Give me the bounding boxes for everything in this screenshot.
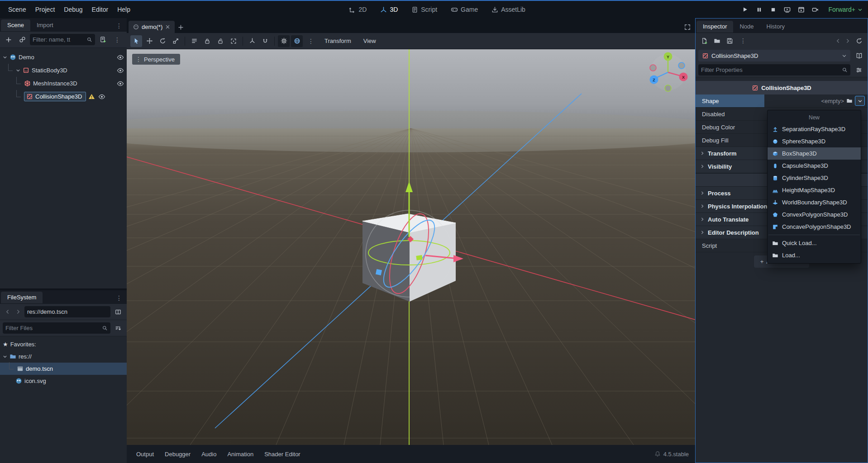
menu-item-separationrayshape3d[interactable]: SeparationRayShape3D <box>768 123 861 135</box>
property-label-debug-color[interactable]: Debug Color <box>696 121 764 133</box>
add-node-button[interactable] <box>3 34 14 46</box>
nav-forward-icon[interactable] <box>14 306 23 318</box>
property-label-shape[interactable]: Shape <box>696 94 764 107</box>
close-icon[interactable] <box>165 24 170 29</box>
resource-folder-icon[interactable] <box>846 98 853 104</box>
perspective-menu-button[interactable]: ⋮ Perspective <box>132 54 180 65</box>
menu-scene[interactable]: Scene <box>4 4 31 15</box>
instance-scene-button[interactable] <box>16 34 28 46</box>
preview-environment-icon[interactable] <box>291 35 303 47</box>
menu-item-load[interactable]: Load... <box>768 249 861 261</box>
menu-project[interactable]: Project <box>31 4 60 15</box>
menu-item-boxshape3d[interactable]: BoxShape3D <box>768 147 861 160</box>
menu-item-quick-load[interactable]: Quick Load... <box>768 237 861 249</box>
menu-debug[interactable]: Debug <box>59 4 87 15</box>
history-list-icon[interactable] <box>853 35 865 47</box>
warning-icon[interactable] <box>88 93 95 100</box>
visibility-eye-icon[interactable] <box>117 67 124 74</box>
selection-list-icon[interactable] <box>188 35 200 47</box>
menu-item-cylindershape3d[interactable]: CylinderShape3D <box>768 172 861 184</box>
menu-item-sphereshape3d[interactable]: SphereShape3D <box>768 135 861 147</box>
res-root-row[interactable]: res:// <box>0 350 127 363</box>
transform-menu[interactable]: Transform <box>319 35 357 47</box>
workspace-3d-button[interactable]: 3D <box>376 4 402 15</box>
tree-row-meshinstance3d[interactable]: MeshInstance3D <box>0 77 127 90</box>
play-scene-button[interactable] <box>782 4 792 15</box>
tab-inspector[interactable]: Inspector <box>696 21 733 33</box>
new-resource-button[interactable] <box>698 35 710 47</box>
menu-item-capsuleshape3d[interactable]: CapsuleShape3D <box>768 160 861 172</box>
menu-item-heightmapshape3d[interactable]: HeightMapShape3D <box>768 184 861 196</box>
play-button[interactable] <box>739 4 750 15</box>
tree-row-collisionshape3d[interactable]: CollisionShape3D <box>0 90 127 103</box>
menu-help[interactable]: Help <box>113 4 135 15</box>
file-row-demo-tscn[interactable]: demo.tscn <box>0 363 127 375</box>
toggle-split-mode-button[interactable] <box>112 306 124 318</box>
file-row-icon-svg[interactable]: icon.svg <box>0 375 127 387</box>
menu-item-convexpolygonshape3d[interactable]: ConvexPolygonShape3D <box>768 208 861 221</box>
workspace-game-button[interactable]: Game <box>446 4 482 15</box>
resource-extra-menu-icon[interactable]: ⋮ <box>736 35 750 46</box>
panel-debugger-button[interactable]: Debugger <box>160 448 196 460</box>
scene-toolbar-menu-icon[interactable]: ⋮ <box>110 34 124 45</box>
neg-z-axis-ball[interactable] <box>678 62 685 69</box>
3d-viewport[interactable]: Y X Z ⋮ Perspective <box>127 49 695 445</box>
scale-tool-button[interactable] <box>170 35 181 47</box>
preview-sun-icon[interactable] <box>278 35 290 47</box>
panel-audio-button[interactable]: Audio <box>196 448 221 460</box>
open-docs-button[interactable] <box>853 50 865 61</box>
tab-filesystem[interactable]: FileSystem <box>1 292 43 303</box>
neg-x-axis-ball[interactable] <box>650 65 656 71</box>
expand-viewport-icon[interactable] <box>682 21 693 33</box>
notification-bell-icon[interactable] <box>654 451 661 457</box>
view-menu[interactable]: View <box>358 35 382 47</box>
select-tool-button[interactable] <box>130 35 142 47</box>
neg-y-axis-ball[interactable] <box>665 85 671 91</box>
nav-back-icon[interactable] <box>3 306 12 318</box>
local-space-icon[interactable] <box>246 35 258 47</box>
group-icon[interactable] <box>228 35 239 47</box>
lock-icon[interactable] <box>201 35 213 47</box>
scene-tab-demo[interactable]: demo(*) <box>129 21 175 33</box>
load-resource-button[interactable] <box>711 35 723 47</box>
property-label-script[interactable]: Script <box>696 239 764 252</box>
favorites-row[interactable]: ★ Favorites: <box>0 338 127 350</box>
visibility-eye-icon[interactable] <box>117 80 124 87</box>
tab-node[interactable]: Node <box>733 21 760 33</box>
property-tools-icon[interactable] <box>853 64 865 76</box>
viewport-extra-menu-icon[interactable]: ⋮ <box>304 36 318 47</box>
property-label-disabled[interactable]: Disabled <box>696 108 764 120</box>
new-scene-tab-button[interactable] <box>175 21 186 33</box>
sort-files-button[interactable] <box>112 322 124 334</box>
tab-history[interactable]: History <box>760 21 791 33</box>
workspace-2d-button[interactable]: 2D <box>344 4 371 15</box>
scene-dock-menu-icon[interactable]: ⋮ <box>112 20 126 31</box>
current-path-input[interactable] <box>27 308 108 315</box>
edited-object-selector[interactable]: CollisionShape3D <box>698 50 850 61</box>
history-forward-icon[interactable] <box>843 35 852 47</box>
tab-scene[interactable]: Scene <box>1 19 30 31</box>
workspace-script-button[interactable]: Script <box>407 4 442 15</box>
scene-filter-input[interactable] <box>33 36 86 43</box>
save-resource-button[interactable] <box>724 35 735 47</box>
menu-editor[interactable]: Editor <box>87 4 113 15</box>
attach-script-button[interactable] <box>97 34 109 46</box>
movie-maker-button[interactable] <box>810 4 820 15</box>
filesystem-filter-input[interactable] <box>5 325 102 331</box>
history-back-icon[interactable] <box>833 35 842 47</box>
visibility-eye-icon[interactable] <box>98 93 105 100</box>
property-label-debug-fill[interactable]: Debug Fill <box>696 134 764 146</box>
filesystem-dock-menu-icon[interactable]: ⋮ <box>112 293 126 303</box>
shape-dropdown-button[interactable] <box>855 96 865 106</box>
pause-button[interactable] <box>754 4 764 15</box>
panel-output-button[interactable]: Output <box>131 448 159 460</box>
tab-import[interactable]: Import <box>30 19 60 31</box>
snap-icon[interactable] <box>259 35 271 47</box>
unlock-icon[interactable] <box>215 35 226 47</box>
stop-button[interactable] <box>768 4 778 15</box>
panel-animation-button[interactable]: Animation <box>222 448 258 460</box>
play-custom-scene-button[interactable] <box>796 4 806 15</box>
menu-item-worldboundaryshape3d[interactable]: WorldBoundaryShape3D <box>768 196 861 208</box>
rotate-tool-button[interactable] <box>157 35 168 47</box>
panel-shader-editor-button[interactable]: Shader Editor <box>259 448 305 460</box>
